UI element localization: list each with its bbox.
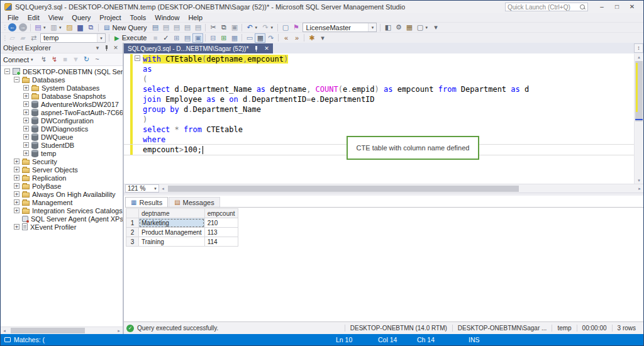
execute-button[interactable]: ▶Execute xyxy=(111,33,150,43)
cell-deptname[interactable]: Marketing xyxy=(139,218,205,228)
command-window-icon[interactable]: ▢ xyxy=(414,23,425,32)
open-file-icon[interactable]: ▨ xyxy=(64,23,75,32)
chevron-down-icon[interactable]: ▾ xyxy=(43,25,48,30)
analysis-dmx-query-icon[interactable]: ▤ xyxy=(171,23,182,32)
outdent-icon[interactable]: « xyxy=(280,33,291,43)
code-line-5[interactable]: join Employee as e on d.DepartmentID=e.D… xyxy=(124,94,634,104)
menu-tools[interactable]: Tools xyxy=(126,14,151,21)
available-databases-combo[interactable]: temp▾ xyxy=(40,33,106,43)
nav-back-icon[interactable]: ← xyxy=(8,23,16,31)
expand-icon[interactable]: + xyxy=(23,93,29,99)
tree-item-temp[interactable]: +temp xyxy=(1,149,123,157)
scrollbar-thumb[interactable] xyxy=(168,186,519,192)
save-icon[interactable]: ▆ xyxy=(75,23,86,32)
results-to-file-icon[interactable]: ↷ xyxy=(265,33,276,43)
expand-icon[interactable]: + xyxy=(23,134,29,140)
menu-file[interactable]: File xyxy=(3,14,23,21)
activity-icon[interactable]: ~ xyxy=(92,55,103,64)
split-editor-handle[interactable]: ↕ xyxy=(634,43,643,53)
close-panel-icon[interactable]: ✕ xyxy=(111,45,120,51)
code-line-8[interactable]: select * from CTEtable xyxy=(124,125,634,135)
tab-messages[interactable]: ▤Messages xyxy=(169,197,220,207)
new-query-button[interactable]: ▤New Query xyxy=(101,23,150,32)
tree-item-replication[interactable]: +Replication xyxy=(1,174,123,182)
cancel-query-icon[interactable]: ■ xyxy=(150,33,160,43)
change-connection-icon[interactable]: ⇄ xyxy=(28,33,39,43)
activity-monitor-icon[interactable]: ⚙ xyxy=(393,23,404,32)
chevron-down-icon[interactable]: ▾ xyxy=(368,23,376,31)
stop-icon[interactable]: ■ xyxy=(60,55,70,64)
indent-icon[interactable]: » xyxy=(291,33,302,43)
object-explorer-hscrollbar[interactable]: ◂ ▸ xyxy=(1,326,123,334)
database-name-combo[interactable]: LicenseMaster▾ xyxy=(303,23,377,32)
expand-icon[interactable]: + xyxy=(14,208,19,213)
expand-icon[interactable]: + xyxy=(23,142,29,148)
editor-tab[interactable]: SQLQuery3.sql - D...NEBTMN\Sagar (52))* … xyxy=(124,43,273,53)
cell-empcount[interactable]: 114 xyxy=(204,237,238,247)
analysis-mdx-query-icon[interactable]: ▤ xyxy=(160,23,171,32)
actual-plan-icon[interactable]: ⊟ xyxy=(208,33,218,43)
scroll-left-icon[interactable]: ◂ xyxy=(159,186,167,191)
scroll-up-icon[interactable]: ▴ xyxy=(635,53,643,60)
expand-icon[interactable]: + xyxy=(14,199,19,205)
new-project-icon[interactable]: ▤ xyxy=(33,23,43,32)
database-engine-query-icon[interactable]: ▤ xyxy=(150,23,160,32)
code-line-3[interactable]: ( xyxy=(124,74,634,84)
tree-item-database-snapshots[interactable]: +Database Snapshots xyxy=(1,92,123,100)
chevron-down-icon[interactable]: ▾ xyxy=(270,25,275,30)
tree-item-sql-server-agent-agent-xps-dis[interactable]: SQL Server Agent (Agent XPs disabled) xyxy=(1,215,123,223)
code-line-1[interactable]: with CTEtable(deptname,empcount) xyxy=(124,54,634,64)
code-line-4[interactable]: select d.Department_Name as deptname, CO… xyxy=(124,84,634,94)
tree-item-management[interactable]: +Management xyxy=(1,198,123,206)
window-position-icon[interactable]: ▾ xyxy=(93,45,102,51)
navigate-icon[interactable]: ▢ xyxy=(280,23,291,32)
tree-item-always-on-high-availability[interactable]: +Always On High Availability xyxy=(1,190,123,198)
undo-icon[interactable]: ↶ xyxy=(244,23,255,32)
editor-hscrollbar[interactable]: ◂ ▸ xyxy=(159,185,643,193)
nav-forward-icon[interactable]: → xyxy=(19,23,27,31)
tree-item-xevent-profiler[interactable]: +XEvent Profiler xyxy=(1,223,123,231)
tree-item-system-databases[interactable]: +System Databases xyxy=(1,84,123,92)
toolbar-grip[interactable]: ⋮ xyxy=(2,35,7,42)
paste-icon[interactable]: ▣ xyxy=(229,23,240,32)
expand-icon[interactable]: + xyxy=(23,85,29,91)
chevron-down-icon[interactable]: ▾ xyxy=(97,34,105,42)
expand-icon[interactable]: + xyxy=(23,118,29,123)
expand-icon[interactable]: + xyxy=(14,183,19,189)
expand-icon[interactable]: + xyxy=(14,191,19,197)
tree-item-security[interactable]: +Security xyxy=(1,157,123,165)
cell-deptname[interactable]: Training xyxy=(139,237,205,247)
tree-item-integration-services-catalogs[interactable]: +Integration Services Catalogs xyxy=(1,206,123,215)
sql-editor[interactable]: − with CTEtable(deptname,empcount)as(sel… xyxy=(124,53,643,184)
specify-template-values-icon[interactable]: ✱ xyxy=(306,33,317,43)
code-line-7[interactable]: ) xyxy=(124,114,634,125)
expand-icon[interactable]: + xyxy=(14,159,19,164)
expand-icon[interactable]: + xyxy=(23,126,29,131)
code-line-2[interactable]: as xyxy=(124,64,634,74)
tree-item-aspnet-twofactauth-7c66cbba-28[interactable]: +aspnet-TwoFactAuth-7C66CBBA-2875- xyxy=(1,108,123,116)
row-number[interactable]: 1 xyxy=(126,218,139,228)
editor-vscrollbar[interactable]: ▴ ▾ xyxy=(634,53,643,184)
parse-icon[interactable]: ✓ xyxy=(160,33,171,43)
results-to-grid-icon[interactable]: ▦ xyxy=(255,33,265,43)
code-line-6[interactable]: group by d.Department_Name xyxy=(124,104,634,114)
expand-icon[interactable]: + xyxy=(23,109,29,115)
row-number[interactable]: 3 xyxy=(126,237,139,247)
sqlcmd-query-icon[interactable]: ▤ xyxy=(192,23,203,32)
quick-launch-input[interactable]: Quick Launch (Ctrl+Q) xyxy=(505,3,588,11)
toolbar-overflow-icon[interactable]: ▾ xyxy=(430,23,441,32)
menu-help[interactable]: Help xyxy=(184,14,207,21)
disconnect-plug-icon[interactable]: ↯ xyxy=(49,55,60,64)
chevron-down-icon[interactable]: ▾ xyxy=(255,25,260,30)
properties-window-icon[interactable]: ◧ xyxy=(382,23,393,32)
menu-project[interactable]: Project xyxy=(95,14,125,21)
intellisense-icon[interactable]: ▣ xyxy=(192,33,203,43)
row-number[interactable]: 2 xyxy=(126,228,139,237)
collapse-icon[interactable]: − xyxy=(14,77,19,82)
expand-icon[interactable]: + xyxy=(14,224,19,230)
menu-edit[interactable]: Edit xyxy=(23,14,44,21)
menu-view[interactable]: View xyxy=(44,14,68,21)
flag-icon[interactable]: ⚑ xyxy=(291,23,301,32)
tree-item-databases[interactable]: −Databases xyxy=(1,75,123,84)
toolbar-grip[interactable]: ⋮ xyxy=(2,24,7,31)
